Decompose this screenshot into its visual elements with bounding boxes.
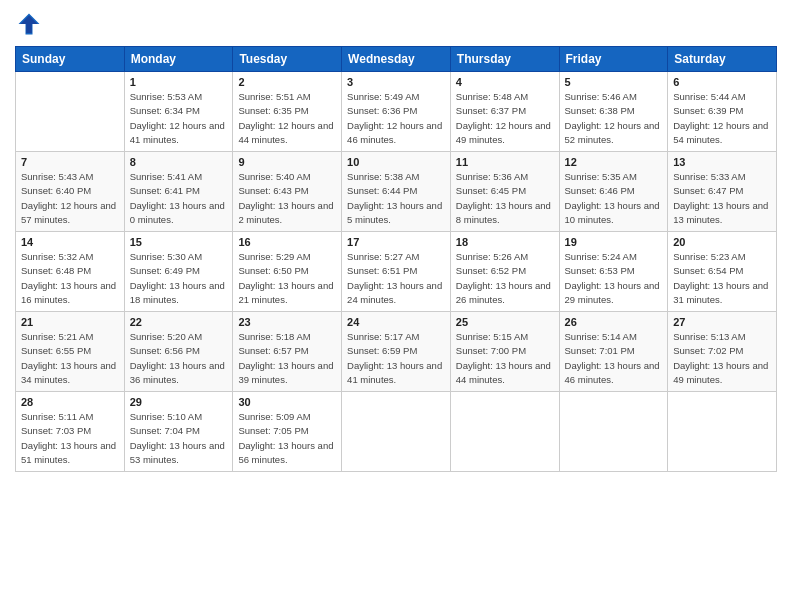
calendar-cell: 1Sunrise: 5:53 AMSunset: 6:34 PMDaylight… [124, 72, 233, 152]
cell-info: Sunrise: 5:20 AMSunset: 6:56 PMDaylight:… [130, 330, 228, 387]
day-number: 5 [565, 76, 663, 88]
calendar-cell: 26Sunrise: 5:14 AMSunset: 7:01 PMDayligh… [559, 312, 668, 392]
week-row-5: 28Sunrise: 5:11 AMSunset: 7:03 PMDayligh… [16, 392, 777, 472]
cell-info: Sunrise: 5:23 AMSunset: 6:54 PMDaylight:… [673, 250, 771, 307]
day-number: 6 [673, 76, 771, 88]
day-number: 13 [673, 156, 771, 168]
logo-icon [15, 10, 43, 38]
weekday-monday: Monday [124, 47, 233, 72]
day-number: 28 [21, 396, 119, 408]
weekday-sunday: Sunday [16, 47, 125, 72]
calendar-cell: 6Sunrise: 5:44 AMSunset: 6:39 PMDaylight… [668, 72, 777, 152]
cell-info: Sunrise: 5:38 AMSunset: 6:44 PMDaylight:… [347, 170, 445, 227]
day-number: 3 [347, 76, 445, 88]
calendar-cell: 18Sunrise: 5:26 AMSunset: 6:52 PMDayligh… [450, 232, 559, 312]
week-row-4: 21Sunrise: 5:21 AMSunset: 6:55 PMDayligh… [16, 312, 777, 392]
cell-info: Sunrise: 5:33 AMSunset: 6:47 PMDaylight:… [673, 170, 771, 227]
day-number: 11 [456, 156, 554, 168]
cell-info: Sunrise: 5:09 AMSunset: 7:05 PMDaylight:… [238, 410, 336, 467]
day-number: 4 [456, 76, 554, 88]
day-number: 21 [21, 316, 119, 328]
cell-info: Sunrise: 5:11 AMSunset: 7:03 PMDaylight:… [21, 410, 119, 467]
header [15, 10, 777, 38]
day-number: 17 [347, 236, 445, 248]
cell-info: Sunrise: 5:24 AMSunset: 6:53 PMDaylight:… [565, 250, 663, 307]
calendar-cell: 28Sunrise: 5:11 AMSunset: 7:03 PMDayligh… [16, 392, 125, 472]
week-row-3: 14Sunrise: 5:32 AMSunset: 6:48 PMDayligh… [16, 232, 777, 312]
day-number: 9 [238, 156, 336, 168]
day-number: 16 [238, 236, 336, 248]
cell-info: Sunrise: 5:13 AMSunset: 7:02 PMDaylight:… [673, 330, 771, 387]
cell-info: Sunrise: 5:49 AMSunset: 6:36 PMDaylight:… [347, 90, 445, 147]
calendar-cell: 17Sunrise: 5:27 AMSunset: 6:51 PMDayligh… [342, 232, 451, 312]
day-number: 19 [565, 236, 663, 248]
logo [15, 10, 45, 38]
day-number: 23 [238, 316, 336, 328]
page-container: SundayMondayTuesdayWednesdayThursdayFrid… [0, 0, 792, 482]
weekday-header-row: SundayMondayTuesdayWednesdayThursdayFrid… [16, 47, 777, 72]
day-number: 12 [565, 156, 663, 168]
week-row-1: 1Sunrise: 5:53 AMSunset: 6:34 PMDaylight… [16, 72, 777, 152]
day-number: 10 [347, 156, 445, 168]
day-number: 29 [130, 396, 228, 408]
calendar-cell: 4Sunrise: 5:48 AMSunset: 6:37 PMDaylight… [450, 72, 559, 152]
calendar-cell: 14Sunrise: 5:32 AMSunset: 6:48 PMDayligh… [16, 232, 125, 312]
cell-info: Sunrise: 5:43 AMSunset: 6:40 PMDaylight:… [21, 170, 119, 227]
cell-info: Sunrise: 5:48 AMSunset: 6:37 PMDaylight:… [456, 90, 554, 147]
day-number: 7 [21, 156, 119, 168]
calendar-cell: 25Sunrise: 5:15 AMSunset: 7:00 PMDayligh… [450, 312, 559, 392]
calendar-cell: 15Sunrise: 5:30 AMSunset: 6:49 PMDayligh… [124, 232, 233, 312]
cell-info: Sunrise: 5:51 AMSunset: 6:35 PMDaylight:… [238, 90, 336, 147]
weekday-wednesday: Wednesday [342, 47, 451, 72]
calendar-cell: 30Sunrise: 5:09 AMSunset: 7:05 PMDayligh… [233, 392, 342, 472]
calendar-cell [559, 392, 668, 472]
day-number: 18 [456, 236, 554, 248]
calendar-cell: 9Sunrise: 5:40 AMSunset: 6:43 PMDaylight… [233, 152, 342, 232]
calendar-cell: 13Sunrise: 5:33 AMSunset: 6:47 PMDayligh… [668, 152, 777, 232]
day-number: 2 [238, 76, 336, 88]
cell-info: Sunrise: 5:36 AMSunset: 6:45 PMDaylight:… [456, 170, 554, 227]
calendar-cell [450, 392, 559, 472]
calendar-cell: 3Sunrise: 5:49 AMSunset: 6:36 PMDaylight… [342, 72, 451, 152]
cell-info: Sunrise: 5:10 AMSunset: 7:04 PMDaylight:… [130, 410, 228, 467]
day-number: 1 [130, 76, 228, 88]
day-number: 30 [238, 396, 336, 408]
calendar-cell [668, 392, 777, 472]
day-number: 22 [130, 316, 228, 328]
day-number: 26 [565, 316, 663, 328]
calendar-cell: 21Sunrise: 5:21 AMSunset: 6:55 PMDayligh… [16, 312, 125, 392]
calendar-cell: 8Sunrise: 5:41 AMSunset: 6:41 PMDaylight… [124, 152, 233, 232]
weekday-thursday: Thursday [450, 47, 559, 72]
weekday-friday: Friday [559, 47, 668, 72]
day-number: 14 [21, 236, 119, 248]
calendar-cell: 16Sunrise: 5:29 AMSunset: 6:50 PMDayligh… [233, 232, 342, 312]
day-number: 15 [130, 236, 228, 248]
calendar-cell: 2Sunrise: 5:51 AMSunset: 6:35 PMDaylight… [233, 72, 342, 152]
calendar-cell: 20Sunrise: 5:23 AMSunset: 6:54 PMDayligh… [668, 232, 777, 312]
calendar-cell: 29Sunrise: 5:10 AMSunset: 7:04 PMDayligh… [124, 392, 233, 472]
weekday-saturday: Saturday [668, 47, 777, 72]
day-number: 20 [673, 236, 771, 248]
cell-info: Sunrise: 5:26 AMSunset: 6:52 PMDaylight:… [456, 250, 554, 307]
calendar-cell: 12Sunrise: 5:35 AMSunset: 6:46 PMDayligh… [559, 152, 668, 232]
calendar-cell: 10Sunrise: 5:38 AMSunset: 6:44 PMDayligh… [342, 152, 451, 232]
calendar-cell: 7Sunrise: 5:43 AMSunset: 6:40 PMDaylight… [16, 152, 125, 232]
calendar-table: SundayMondayTuesdayWednesdayThursdayFrid… [15, 46, 777, 472]
calendar-cell: 24Sunrise: 5:17 AMSunset: 6:59 PMDayligh… [342, 312, 451, 392]
calendar-cell: 5Sunrise: 5:46 AMSunset: 6:38 PMDaylight… [559, 72, 668, 152]
calendar-cell: 19Sunrise: 5:24 AMSunset: 6:53 PMDayligh… [559, 232, 668, 312]
cell-info: Sunrise: 5:14 AMSunset: 7:01 PMDaylight:… [565, 330, 663, 387]
day-number: 25 [456, 316, 554, 328]
cell-info: Sunrise: 5:18 AMSunset: 6:57 PMDaylight:… [238, 330, 336, 387]
weekday-tuesday: Tuesday [233, 47, 342, 72]
cell-info: Sunrise: 5:32 AMSunset: 6:48 PMDaylight:… [21, 250, 119, 307]
calendar-cell: 23Sunrise: 5:18 AMSunset: 6:57 PMDayligh… [233, 312, 342, 392]
week-row-2: 7Sunrise: 5:43 AMSunset: 6:40 PMDaylight… [16, 152, 777, 232]
svg-marker-2 [21, 16, 38, 33]
cell-info: Sunrise: 5:17 AMSunset: 6:59 PMDaylight:… [347, 330, 445, 387]
cell-info: Sunrise: 5:21 AMSunset: 6:55 PMDaylight:… [21, 330, 119, 387]
cell-info: Sunrise: 5:30 AMSunset: 6:49 PMDaylight:… [130, 250, 228, 307]
day-number: 8 [130, 156, 228, 168]
calendar-cell [16, 72, 125, 152]
cell-info: Sunrise: 5:15 AMSunset: 7:00 PMDaylight:… [456, 330, 554, 387]
